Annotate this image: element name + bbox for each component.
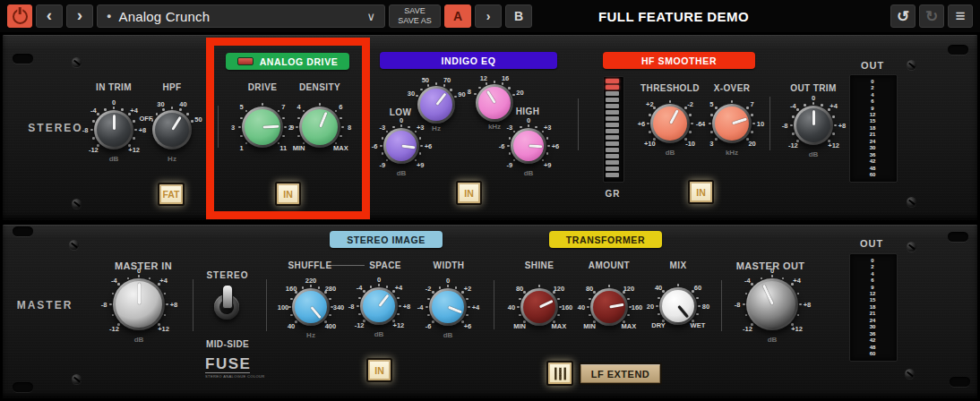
knob-eq-high-gain-scale: -3 bbox=[506, 124, 512, 132]
meter-out-top-scale: 24 bbox=[870, 139, 876, 144]
divider-line bbox=[578, 98, 579, 150]
undo-icon[interactable]: ↺ bbox=[890, 4, 916, 28]
meter-out-top-scale: 4 bbox=[871, 92, 873, 98]
redo-icon[interactable]: ↻ bbox=[919, 4, 944, 28]
knob-x-over-scale: 4 bbox=[701, 120, 705, 128]
chevron-down-icon[interactable]: ∨ bbox=[366, 10, 375, 23]
knob-shine-scale: 160 bbox=[562, 303, 573, 311]
knob-density-scale: 8 bbox=[348, 124, 351, 132]
meter-out-bottom-scale: 4 bbox=[871, 271, 873, 277]
knob-amount-tick bbox=[589, 298, 591, 301]
knob-space-scale: +12 bbox=[393, 321, 405, 329]
screw bbox=[72, 374, 82, 384]
label-toggle-stereo: STEREO bbox=[206, 270, 248, 280]
preset-selector[interactable]: ● Analog Crunch ∨ bbox=[97, 4, 385, 28]
knob-amount-scale: 120 bbox=[623, 284, 635, 292]
knob-shuffle-scale: 340 bbox=[333, 303, 345, 311]
meter-out-top-scale: 30 bbox=[870, 145, 876, 150]
label-drive-title: DRIVE bbox=[248, 82, 278, 92]
toggle-stereo-midside-lever[interactable] bbox=[222, 285, 233, 309]
knob-in-trim-scale: -4 bbox=[90, 107, 97, 115]
divider-line bbox=[193, 279, 193, 331]
divider-line bbox=[266, 279, 267, 331]
knob-x-over-tick bbox=[751, 131, 753, 133]
label-high-title: HIGH bbox=[516, 107, 540, 116]
label-density-title: DENSITY bbox=[299, 82, 340, 92]
knob-eq-high-freq-tick bbox=[486, 82, 488, 85]
meter-out-bottom-scale: 48 bbox=[870, 345, 876, 350]
knob-density-tick bbox=[340, 135, 342, 138]
save-button-group[interactable]: SAVE SAVE AS bbox=[389, 4, 441, 28]
knob-eq-low-freq-unit: Hz bbox=[432, 124, 441, 132]
button-in-indigo-eq[interactable]: IN bbox=[456, 181, 482, 205]
knob-shuffle-scale: 220 bbox=[305, 277, 317, 285]
knob-in-trim-tick bbox=[104, 108, 107, 111]
knob-out-trim-tick bbox=[792, 115, 795, 118]
knob-in-trim-tick bbox=[133, 120, 135, 123]
label-threshold-title: THRESHOLD bbox=[640, 83, 700, 93]
divider-line bbox=[721, 280, 722, 331]
meter-gr-segment bbox=[606, 141, 619, 146]
knob-density-tick bbox=[341, 126, 344, 129]
label-master-in-title: MASTER IN bbox=[115, 260, 172, 271]
meter-out-top-scale: 48 bbox=[870, 166, 876, 171]
next-preset-button[interactable]: › bbox=[66, 4, 93, 28]
rack-mount-slot bbox=[950, 377, 970, 387]
knob-x-over-scale: 10 bbox=[757, 120, 764, 128]
meter-gr-segment bbox=[606, 98, 619, 102]
menu-icon[interactable]: ≡ bbox=[948, 4, 973, 28]
meter-out-top-scale: 9 bbox=[871, 106, 873, 111]
knob-mix-scale: 40 bbox=[655, 283, 662, 291]
knob-master-in-tick bbox=[109, 303, 112, 306]
knob-shine-tick bbox=[519, 314, 521, 317]
knob-out-trim-scale: -8 bbox=[782, 122, 788, 130]
knob-hpf-tick bbox=[171, 107, 174, 109]
knob-x-over-unit: kHz bbox=[726, 149, 738, 157]
meter-gr-segment bbox=[606, 91, 619, 96]
knob-drive-tick bbox=[262, 103, 264, 106]
button-in-stereo-image[interactable]: IN bbox=[366, 358, 392, 382]
knob-master-out-scale: +8 bbox=[804, 301, 812, 309]
knob-density-scale: 4 bbox=[297, 103, 301, 111]
power-button[interactable] bbox=[7, 4, 32, 28]
knob-mix-scale: 60 bbox=[694, 283, 701, 291]
knob-master-out-tick bbox=[743, 303, 745, 306]
knob-out-trim-tick bbox=[832, 132, 835, 135]
knob-width-tick bbox=[468, 306, 470, 309]
knob-threshold-tick bbox=[689, 131, 692, 133]
knob-shine-tick bbox=[538, 285, 541, 287]
preset-a-button[interactable]: A bbox=[444, 4, 471, 28]
knob-master-in-scale: -12 bbox=[109, 324, 119, 332]
button-in-analog-drive[interactable]: IN bbox=[275, 182, 301, 206]
save-button[interactable]: SAVE bbox=[404, 6, 425, 16]
knob-shine-scale: 120 bbox=[554, 284, 565, 292]
knob-eq-low-freq-scale: 90 bbox=[458, 90, 465, 98]
knob-x-over-tick bbox=[751, 114, 753, 116]
knob-space-tick bbox=[358, 313, 361, 316]
meter-out-top-scale: 21 bbox=[870, 132, 876, 137]
knob-shine-scale: MAX bbox=[552, 322, 567, 330]
preset-name: Analog Crunch bbox=[118, 9, 210, 24]
knob-shuffle-tick bbox=[288, 306, 291, 309]
meter-out-bottom-scale: 60 bbox=[870, 351, 876, 356]
button-transformer-in[interactable] bbox=[546, 361, 573, 386]
knob-shine-scale: 80 bbox=[516, 284, 523, 292]
badge-stereo-image: STEREO IMAGE bbox=[330, 231, 443, 248]
meter-out-top-scale: 36 bbox=[870, 152, 876, 158]
prev-preset-button[interactable]: ‹ bbox=[36, 4, 63, 28]
preset-modified-dot: ● bbox=[107, 12, 111, 21]
knob-hpf-scale: 50 bbox=[194, 115, 202, 123]
preset-b-button[interactable]: B bbox=[505, 4, 532, 28]
plugin-window: ‹ › ● Analog Crunch ∨ SAVE SAVE AS A › B… bbox=[0, 0, 980, 401]
button-fat[interactable]: FAT bbox=[158, 183, 185, 206]
power-icon bbox=[13, 9, 28, 24]
ab-copy-button[interactable]: › bbox=[475, 4, 502, 28]
button-lf-extend[interactable]: LF EXTEND bbox=[579, 363, 662, 385]
knob-x-over-scale: 7 bbox=[751, 100, 754, 108]
save-as-button[interactable]: SAVE AS bbox=[398, 16, 431, 26]
knob-threshold-tick bbox=[684, 107, 687, 109]
knob-eq-high-freq-tick bbox=[494, 81, 496, 83]
button-in-hf-smoother[interactable]: IN bbox=[688, 180, 714, 204]
knob-width-tick bbox=[447, 285, 450, 287]
knob-shuffle-scale: 40 bbox=[288, 322, 295, 330]
